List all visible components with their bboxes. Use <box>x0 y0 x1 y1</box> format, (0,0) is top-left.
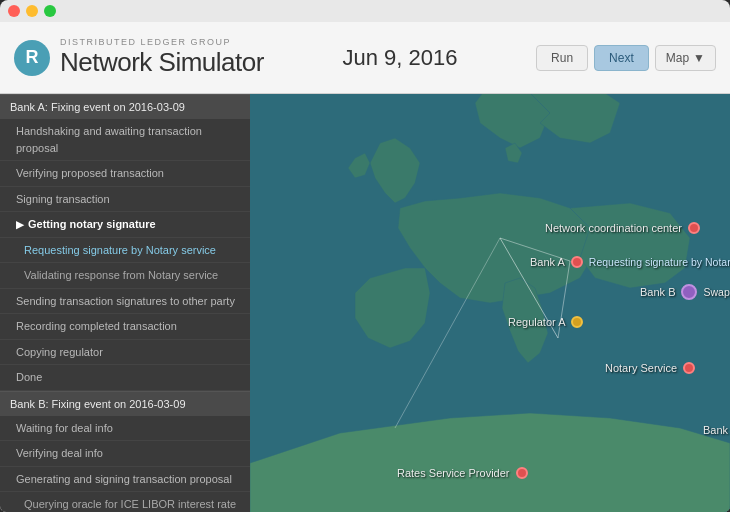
list-item-requesting[interactable]: Requesting signature by Notary service <box>0 238 250 264</box>
node-label-bank-a: Bank A <box>530 256 565 268</box>
list-item[interactable]: Done <box>0 365 250 391</box>
list-item[interactable]: Copying regulator <box>0 340 250 366</box>
traffic-light-minimize[interactable] <box>26 5 38 17</box>
header: R DISTRIBUTED LEDGER GROUP Network Simul… <box>0 22 730 94</box>
node-network-coord: Network coordination center <box>545 222 700 234</box>
list-item-querying-oracle[interactable]: Querying oracle for ICE LIBOR interest r… <box>0 492 250 512</box>
logo-area: R DISTRIBUTED LEDGER GROUP Network Simul… <box>14 37 264 78</box>
node-dot-bank-b <box>681 284 697 300</box>
app: R DISTRIBUTED LEDGER GROUP Network Simul… <box>0 22 730 512</box>
node-label-rates: Rates Service Provider <box>397 467 510 479</box>
logo-icon: R <box>14 40 50 76</box>
header-controls: Run Next Map ▼ <box>536 45 716 71</box>
node-label-requesting: Requesting signature by Notary service <box>589 256 730 268</box>
list-item[interactable]: Sending transaction signatures to other … <box>0 289 250 315</box>
node-label-notary: Notary Service <box>605 362 677 374</box>
run-button[interactable]: Run <box>536 45 588 71</box>
map-area: Network coordination center Bank A Reque… <box>250 94 730 512</box>
node-label-regulator-a: Regulator A <box>508 316 565 328</box>
list-item[interactable]: Waiting for deal info <box>0 416 250 442</box>
node-dot-network-coord <box>688 222 700 234</box>
node-label-network-coord: Network coordination center <box>545 222 682 234</box>
sidebar-section-bank-a: Bank A: Fixing event on 2016-03-09 <box>0 94 250 119</box>
map-svg <box>250 94 730 512</box>
window-chrome <box>0 0 730 22</box>
content: Bank A: Fixing event on 2016-03-09 Hands… <box>0 94 730 512</box>
sidebar[interactable]: Bank A: Fixing event on 2016-03-09 Hands… <box>0 94 250 512</box>
node-bank-a: Bank A Requesting signature by Notary se… <box>530 256 730 268</box>
list-item[interactable]: Verifying proposed transaction <box>0 161 250 187</box>
header-center: Jun 9, 2016 <box>264 45 536 71</box>
next-button[interactable]: Next <box>594 45 649 71</box>
traffic-light-close[interactable] <box>8 5 20 17</box>
list-item[interactable]: Handshaking and awaiting transaction pro… <box>0 119 250 161</box>
node-dot-rates <box>516 467 528 479</box>
logo-title: Network Simulator <box>60 47 264 78</box>
list-item[interactable]: Verifying deal info <box>0 441 250 467</box>
node-dot-bank-a <box>571 256 583 268</box>
node-notary-service: Notary Service <box>605 362 695 374</box>
chevron-down-icon: ▼ <box>693 51 705 65</box>
map-button[interactable]: Map ▼ <box>655 45 716 71</box>
node-dot-notary <box>683 362 695 374</box>
node-dot-regulator-a <box>571 316 583 328</box>
traffic-light-maximize[interactable] <box>44 5 56 17</box>
node-rates-provider: Rates Service Provider <box>397 467 528 479</box>
logo-subtitle: DISTRIBUTED LEDGER GROUP <box>60 37 264 47</box>
node-bank-b: Bank B Swapping signatures with the othe <box>640 284 730 300</box>
logo-text: DISTRIBUTED LEDGER GROUP Network Simulat… <box>60 37 264 78</box>
node-label-bank-b: Bank B <box>640 286 675 298</box>
list-item[interactable]: Recording completed transaction <box>0 314 250 340</box>
sidebar-section-bank-b: Bank B: Fixing event on 2016-03-09 <box>0 391 250 416</box>
list-item-getting-notary[interactable]: ▶ Getting notary signature <box>0 212 250 238</box>
arrow-icon: ▶ <box>16 217 24 232</box>
map-button-label: Map <box>666 51 689 65</box>
node-label-swapping: Swapping signatures with the othe <box>703 286 730 298</box>
node-bank-c: Bank C <box>703 424 730 436</box>
node-regulator-a: Regulator A <box>508 316 583 328</box>
list-item[interactable]: Generating and signing transaction propo… <box>0 467 250 493</box>
list-item-validating[interactable]: Validating response from Notary service <box>0 263 250 289</box>
list-item[interactable]: Signing transaction <box>0 187 250 213</box>
node-label-bank-c: Bank C <box>703 424 730 436</box>
date-display: Jun 9, 2016 <box>342 45 457 71</box>
